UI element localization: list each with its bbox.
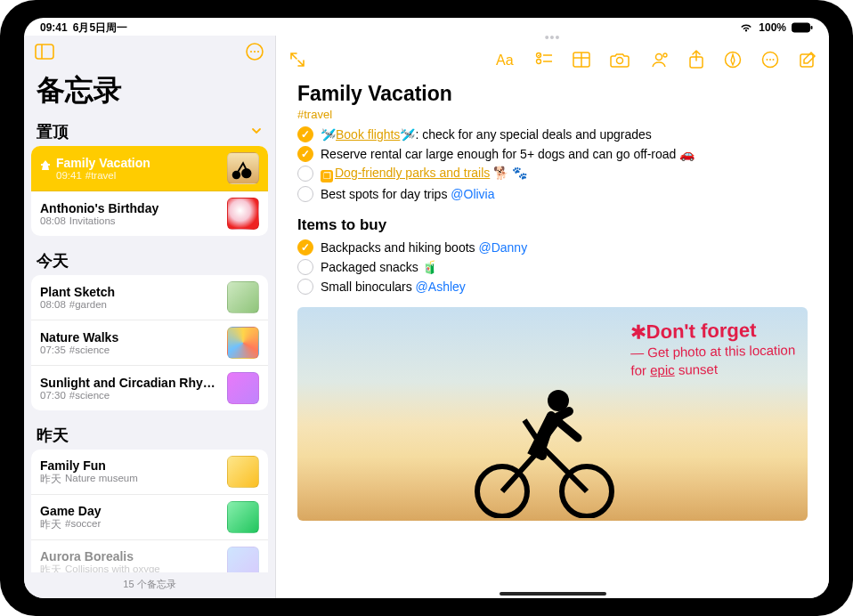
note-title: Aurora Borealis	[40, 549, 220, 563]
home-indicator[interactable]	[500, 592, 606, 596]
note-meta: #soccer	[65, 518, 101, 531]
note-subheading: Items to buy	[297, 216, 808, 234]
checkbox-icon[interactable]	[297, 259, 313, 275]
note-item[interactable]: Plant Sketch 08:08#garden	[31, 275, 268, 320]
mention[interactable]: @Danny	[478, 240, 527, 255]
more-icon[interactable]	[245, 42, 264, 65]
collaborate-icon[interactable]	[649, 51, 669, 69]
checkbox-icon[interactable]	[297, 186, 313, 202]
compose-icon[interactable]	[799, 51, 816, 69]
note-meta: Invitations	[69, 215, 116, 226]
note-link[interactable]: Book flights	[336, 127, 400, 142]
mention[interactable]: @Ashley	[416, 280, 466, 294]
note-title: Sunlight and Circadian Rhy…	[40, 376, 220, 390]
checklist-text: Best spots for day trips	[321, 187, 451, 201]
note-item[interactable]: Nature Walks 07:35#science	[31, 320, 268, 366]
note-meta: Collisions with oxyge	[65, 563, 160, 573]
table-icon[interactable]	[573, 52, 590, 68]
status-date: 6月5日周一	[73, 20, 127, 36]
checklist-text: : check for any special deals and upgrad…	[415, 127, 651, 142]
sidebar-footer-count: 15 个备忘录	[24, 572, 275, 598]
checklist-item[interactable]: Best spots for day trips @Olivia	[297, 184, 808, 204]
checkbox-icon[interactable]	[297, 279, 313, 295]
note-link[interactable]: Dog-friendly parks and trails	[335, 166, 490, 180]
sidebar: 备忘录 置顶	[24, 36, 276, 598]
checkbox-checked-icon[interactable]	[297, 146, 313, 162]
format-icon[interactable]: Aa	[496, 51, 516, 69]
section-header-label: 昨天	[37, 425, 69, 446]
note-time: 昨天	[40, 473, 61, 486]
battery-icon	[792, 22, 813, 33]
svg-point-11	[537, 53, 541, 58]
note-item[interactable]: Game Day 昨天#soccer	[31, 495, 268, 540]
note-item[interactable]: Anthonio's Birthday 08:08 Invitations	[31, 191, 268, 236]
handwriting-line: for epic sunset	[630, 359, 795, 377]
note-meta: #science	[69, 344, 110, 355]
section-header-label: 今天	[37, 250, 69, 272]
chevron-down-icon[interactable]	[250, 123, 263, 142]
multitask-dots-icon[interactable]: •••	[276, 36, 829, 43]
link-note-icon: ❐	[321, 170, 333, 182]
note-time: 09:41	[56, 170, 82, 181]
checkbox-icon[interactable]	[297, 166, 313, 182]
status-bar: 09:41 6月5日周一 100%	[24, 18, 829, 36]
svg-point-20	[663, 53, 667, 57]
note-item[interactable]: Family Fun 昨天Nature museum	[31, 450, 268, 495]
checkbox-checked-icon[interactable]	[297, 126, 313, 142]
note-title: Family Fun	[40, 458, 220, 473]
cyclist-silhouette	[462, 367, 622, 518]
note-thumbnail	[227, 456, 259, 488]
section-header-pinned[interactable]: 置顶	[31, 116, 268, 146]
note-image[interactable]: ✱Don't forget — Get photo at this locati…	[297, 307, 808, 521]
note-meta: Nature museum	[65, 473, 138, 486]
mention[interactable]: @Olivia	[451, 187, 494, 201]
checkbox-checked-icon[interactable]	[297, 239, 313, 255]
note-view: ••• Aa	[276, 36, 829, 598]
note-thumbnail	[227, 501, 259, 533]
note-thumbnail	[227, 372, 259, 404]
note-tag[interactable]: #travel	[297, 108, 808, 121]
svg-point-7	[257, 51, 259, 53]
svg-point-30	[548, 390, 569, 411]
note-item[interactable]: Family Vacation 09:41 #travel	[31, 146, 268, 191]
status-time: 09:41	[40, 21, 68, 34]
sidebar-toggle-icon[interactable]	[35, 44, 54, 63]
checklist: 🛩️Book flights🛩️: check for any special …	[297, 125, 808, 204]
section-header-yesterday[interactable]: 昨天	[31, 419, 268, 450]
emoji: 🛩️	[321, 127, 336, 142]
checklist-item[interactable]: Backpacks and hiking boots @Danny	[297, 238, 808, 257]
svg-point-5	[250, 51, 252, 53]
star-icon: ✱	[630, 320, 646, 343]
camera-icon[interactable]	[610, 52, 630, 68]
checklist-item[interactable]: 🛩️Book flights🛩️: check for any special …	[297, 125, 808, 144]
checklist-icon[interactable]	[535, 51, 553, 69]
note-thumbnail	[227, 152, 259, 184]
note-item[interactable]: Aurora Borealis 昨天Collisions with oxyge	[31, 540, 268, 572]
battery-percent: 100%	[759, 21, 786, 34]
checklist-item[interactable]: Small binoculars @Ashley	[297, 277, 808, 296]
svg-rect-0	[792, 23, 810, 32]
checklist: Backpacks and hiking boots @Danny Packag…	[297, 238, 808, 296]
checklist-item[interactable]: ❐Dog-friendly parks and trails 🐕 🐾	[297, 164, 808, 184]
checklist-text: Small binoculars	[321, 280, 416, 294]
section-header-today[interactable]: 今天	[31, 245, 268, 275]
note-item[interactable]: Sunlight and Circadian Rhy… 07:30#scienc…	[31, 366, 268, 410]
note-meta: #travel	[85, 170, 117, 181]
checklist-item[interactable]: Packaged snacks 🧃	[297, 257, 808, 277]
checklist-item[interactable]: Reserve rental car large enough for 5+ d…	[297, 144, 808, 164]
note-heading: Family Vacation	[297, 82, 808, 106]
markup-icon[interactable]	[724, 51, 742, 69]
svg-rect-2	[36, 45, 53, 59]
share-icon[interactable]	[688, 50, 704, 69]
note-time: 08:08	[40, 215, 66, 226]
handwritten-annotation: ✱Don't forget — Get photo at this locati…	[630, 318, 795, 377]
emoji: 🛩️	[400, 127, 415, 142]
svg-point-18	[617, 58, 623, 64]
note-time: 08:08	[40, 299, 66, 310]
note-time: 昨天	[40, 563, 61, 573]
expand-icon[interactable]	[288, 51, 306, 69]
note-body[interactable]: Family Vacation #travel 🛩️Book flights🛩️…	[276, 77, 829, 598]
note-thumbnail	[227, 281, 259, 313]
svg-text:Aa: Aa	[496, 53, 514, 68]
more-options-icon[interactable]	[761, 51, 779, 69]
